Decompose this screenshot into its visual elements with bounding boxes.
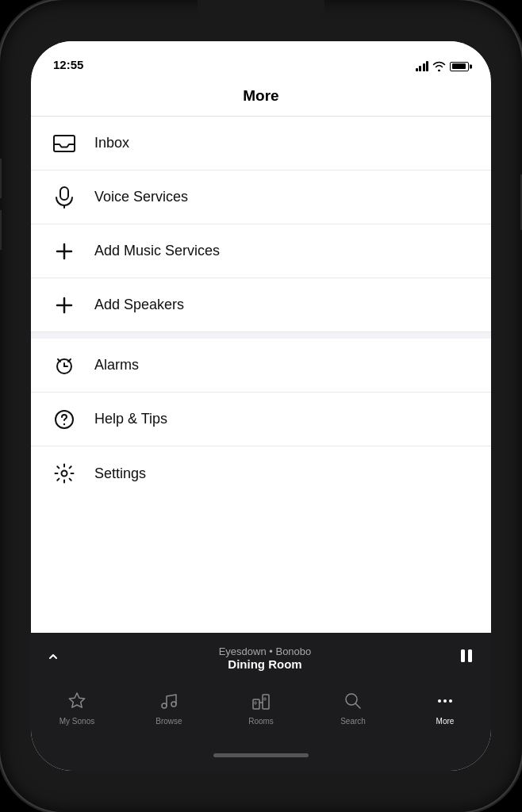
tab-label-browse: Browse (155, 717, 182, 726)
more-dots-icon (436, 691, 455, 714)
svg-point-18 (171, 702, 176, 707)
plus-icon-music (50, 243, 79, 260)
status-time: 12:55 (53, 58, 83, 71)
signal-icon (416, 61, 429, 71)
now-playing-info: Eyesdown • Bonobo Dining Room (72, 645, 458, 671)
search-icon (344, 691, 363, 714)
tab-label-my-sonos: My Sonos (59, 717, 94, 726)
svg-point-14 (62, 471, 67, 477)
svg-rect-1 (60, 187, 68, 200)
battery-icon (450, 62, 469, 71)
menu-label-voice-services: Voice Services (94, 189, 188, 205)
rooms-icon (251, 691, 271, 714)
page-header: More (31, 76, 491, 117)
menu-item-add-music-services[interactable]: Add Music Services (31, 224, 491, 278)
home-indicator (31, 749, 491, 771)
phone-screen: 12:55 (31, 41, 491, 771)
plus-icon-speakers (50, 297, 79, 314)
tab-label-more: More (436, 717, 455, 726)
star-icon (67, 691, 86, 714)
menu-list: Inbox Voice Services (31, 117, 491, 633)
menu-item-settings[interactable]: Settings (31, 446, 491, 500)
menu-label-add-music: Add Music Services (94, 243, 220, 259)
main-content: More Inbox (31, 76, 491, 771)
expand-chevron-icon[interactable] (47, 650, 59, 667)
pause-button[interactable] (458, 647, 475, 669)
menu-label-help-tips: Help & Tips (94, 411, 167, 427)
svg-point-27 (449, 699, 452, 703)
menu-item-alarms[interactable]: Alarms (31, 339, 491, 393)
svg-point-17 (162, 703, 167, 708)
tab-rooms[interactable]: Rooms (215, 691, 307, 726)
tab-label-rooms: Rooms (248, 717, 274, 726)
svg-point-25 (438, 699, 441, 703)
menu-label-alarms: Alarms (94, 357, 139, 373)
volume-up-button[interactable] (0, 159, 2, 198)
svg-rect-15 (461, 649, 465, 662)
menu-label-settings: Settings (94, 465, 146, 482)
menu-item-voice-services[interactable]: Voice Services (31, 170, 491, 224)
svg-point-13 (63, 423, 65, 424)
notch (198, 0, 324, 24)
menu-item-inbox[interactable]: Inbox (31, 117, 491, 170)
svg-rect-20 (263, 695, 269, 709)
tab-label-search: Search (340, 717, 366, 726)
tab-my-sonos[interactable]: My Sonos (31, 691, 123, 726)
svg-point-23 (346, 694, 357, 705)
now-playing-track: Eyesdown • Bonobo (72, 645, 458, 657)
status-icons (416, 61, 470, 71)
menu-item-help-tips[interactable]: Help & Tips (31, 393, 491, 446)
svg-rect-16 (468, 649, 472, 662)
phone-frame: 12:55 (0, 0, 522, 812)
svg-line-24 (356, 704, 361, 709)
tab-browse[interactable]: Browse (123, 691, 215, 726)
gear-icon (50, 463, 79, 484)
microphone-icon (50, 186, 79, 209)
home-bar (213, 753, 309, 757)
tab-more[interactable]: More (399, 691, 491, 726)
status-bar: 12:55 (31, 41, 491, 76)
alarm-clock-icon (50, 355, 79, 376)
menu-label-inbox: Inbox (94, 135, 129, 151)
tab-search[interactable]: Search (307, 691, 399, 726)
svg-point-26 (443, 699, 447, 703)
now-playing-bar[interactable]: Eyesdown • Bonobo Dining Room (31, 633, 491, 684)
now-playing-room: Dining Room (72, 657, 458, 671)
volume-down-button[interactable] (0, 210, 2, 250)
menu-label-add-speakers: Add Speakers (94, 297, 184, 313)
page-title: More (243, 87, 278, 104)
question-circle-icon (50, 409, 79, 430)
inbox-icon (50, 135, 79, 152)
tab-bar: My Sonos Browse (31, 684, 491, 749)
menu-section-divider (31, 332, 491, 339)
svg-rect-21 (255, 702, 256, 704)
music-note-icon (159, 691, 178, 714)
svg-rect-22 (264, 698, 266, 700)
wifi-icon (432, 61, 446, 71)
menu-item-add-speakers[interactable]: Add Speakers (31, 278, 491, 332)
